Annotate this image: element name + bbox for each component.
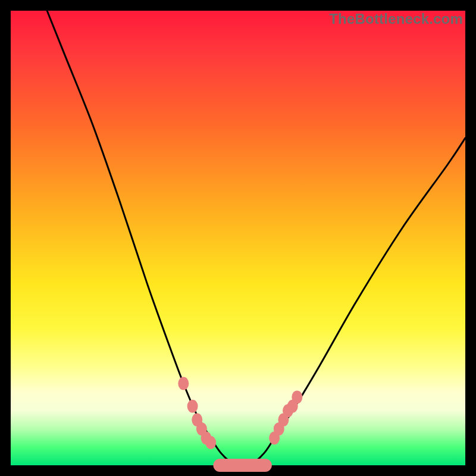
curve-marker: [178, 377, 189, 390]
curve-marker: [187, 400, 198, 413]
markers-right-group: [269, 390, 302, 444]
basin-pill: [213, 459, 271, 472]
bottleneck-curve: [47, 11, 465, 466]
basin-pill-rect: [213, 459, 271, 472]
curve-marker: [205, 436, 216, 449]
chart-frame: TheBottleneck.com: [0, 0, 476, 476]
markers-left-group: [178, 377, 216, 449]
bottleneck-curve-svg: [11, 11, 465, 465]
curve-marker: [292, 390, 302, 403]
plot-area: TheBottleneck.com: [11, 11, 465, 465]
